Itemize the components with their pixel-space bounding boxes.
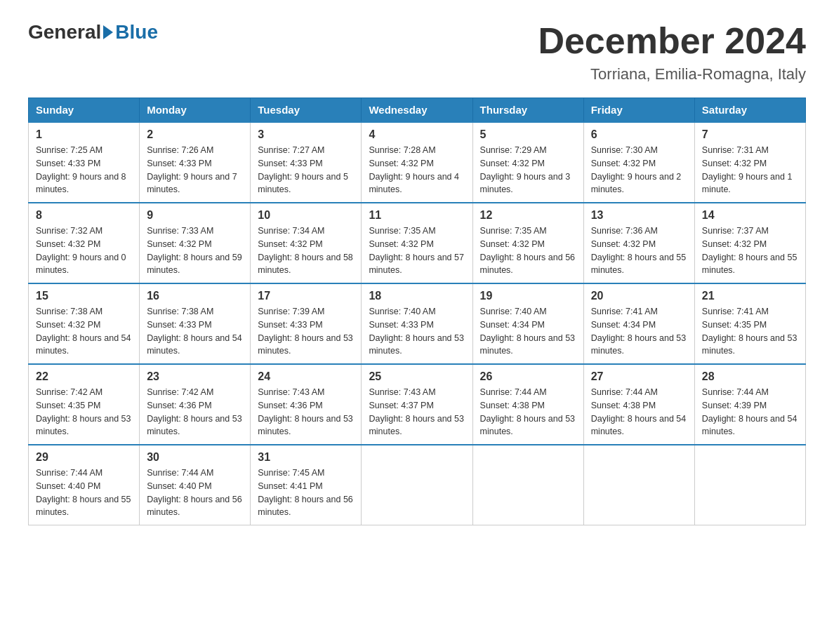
calendar-cell: 21Sunrise: 7:41 AMSunset: 4:35 PMDayligh… xyxy=(694,283,805,364)
day-number: 14 xyxy=(702,209,798,222)
calendar-cell: 19Sunrise: 7:40 AMSunset: 4:34 PMDayligh… xyxy=(472,283,583,364)
day-info: Sunrise: 7:34 AMSunset: 4:32 PMDaylight:… xyxy=(258,224,354,277)
day-number: 21 xyxy=(702,290,798,302)
col-header-sunday: Sunday xyxy=(29,98,140,123)
day-info: Sunrise: 7:26 AMSunset: 4:33 PMDaylight:… xyxy=(147,144,243,196)
day-info: Sunrise: 7:27 AMSunset: 4:33 PMDaylight:… xyxy=(258,144,354,196)
day-number: 8 xyxy=(36,209,132,222)
week-row-3: 15Sunrise: 7:38 AMSunset: 4:32 PMDayligh… xyxy=(29,283,806,364)
calendar-cell xyxy=(472,445,583,525)
calendar-cell: 28Sunrise: 7:44 AMSunset: 4:39 PMDayligh… xyxy=(694,364,805,445)
day-info: Sunrise: 7:29 AMSunset: 4:32 PMDaylight:… xyxy=(480,144,576,196)
header: General Blue December 2024 Torriana, Emi… xyxy=(28,21,806,83)
day-number: 16 xyxy=(147,290,243,302)
day-info: Sunrise: 7:38 AMSunset: 4:33 PMDaylight:… xyxy=(147,305,243,358)
day-number: 4 xyxy=(369,128,465,141)
calendar-cell: 10Sunrise: 7:34 AMSunset: 4:32 PMDayligh… xyxy=(251,203,362,283)
day-number: 1 xyxy=(36,128,132,141)
calendar-cell: 29Sunrise: 7:44 AMSunset: 4:40 PMDayligh… xyxy=(29,445,140,525)
calendar-cell: 26Sunrise: 7:44 AMSunset: 4:38 PMDayligh… xyxy=(472,364,583,445)
calendar-cell: 14Sunrise: 7:37 AMSunset: 4:32 PMDayligh… xyxy=(694,203,805,283)
day-number: 5 xyxy=(480,128,576,141)
calendar-table: SundayMondayTuesdayWednesdayThursdayFrid… xyxy=(28,98,806,525)
day-number: 30 xyxy=(147,451,243,464)
calendar-cell: 5Sunrise: 7:29 AMSunset: 4:32 PMDaylight… xyxy=(472,122,583,203)
day-number: 2 xyxy=(147,128,243,141)
day-info: Sunrise: 7:40 AMSunset: 4:33 PMDaylight:… xyxy=(369,305,465,358)
day-number: 6 xyxy=(591,128,687,141)
calendar-cell: 13Sunrise: 7:36 AMSunset: 4:32 PMDayligh… xyxy=(583,203,694,283)
month-title: December 2024 xyxy=(538,21,806,61)
day-number: 27 xyxy=(591,370,687,383)
logo-general-text: General xyxy=(28,21,101,43)
day-info: Sunrise: 7:28 AMSunset: 4:32 PMDaylight:… xyxy=(369,144,465,196)
day-number: 25 xyxy=(369,370,465,383)
day-number: 3 xyxy=(258,128,354,141)
day-number: 20 xyxy=(591,290,687,302)
day-info: Sunrise: 7:32 AMSunset: 4:32 PMDaylight:… xyxy=(36,224,132,277)
calendar-cell: 22Sunrise: 7:42 AMSunset: 4:35 PMDayligh… xyxy=(29,364,140,445)
calendar-cell: 2Sunrise: 7:26 AMSunset: 4:33 PMDaylight… xyxy=(140,122,251,203)
day-info: Sunrise: 7:30 AMSunset: 4:32 PMDaylight:… xyxy=(591,144,687,196)
day-header-row: SundayMondayTuesdayWednesdayThursdayFrid… xyxy=(29,98,806,123)
calendar-cell: 24Sunrise: 7:43 AMSunset: 4:36 PMDayligh… xyxy=(251,364,362,445)
calendar-cell: 16Sunrise: 7:38 AMSunset: 4:33 PMDayligh… xyxy=(140,283,251,364)
day-info: Sunrise: 7:44 AMSunset: 4:40 PMDaylight:… xyxy=(36,467,132,519)
day-number: 22 xyxy=(36,370,132,383)
day-info: Sunrise: 7:35 AMSunset: 4:32 PMDaylight:… xyxy=(369,224,465,277)
day-info: Sunrise: 7:45 AMSunset: 4:41 PMDaylight:… xyxy=(258,467,354,519)
day-info: Sunrise: 7:42 AMSunset: 4:35 PMDaylight:… xyxy=(36,386,132,438)
day-info: Sunrise: 7:43 AMSunset: 4:37 PMDaylight:… xyxy=(369,386,465,438)
day-info: Sunrise: 7:36 AMSunset: 4:32 PMDaylight:… xyxy=(591,224,687,277)
day-info: Sunrise: 7:38 AMSunset: 4:32 PMDaylight:… xyxy=(36,305,132,358)
week-row-4: 22Sunrise: 7:42 AMSunset: 4:35 PMDayligh… xyxy=(29,364,806,445)
day-info: Sunrise: 7:41 AMSunset: 4:35 PMDaylight:… xyxy=(702,305,798,358)
calendar-cell: 3Sunrise: 7:27 AMSunset: 4:33 PMDaylight… xyxy=(251,122,362,203)
day-number: 26 xyxy=(480,370,576,383)
calendar-cell xyxy=(694,445,805,525)
day-info: Sunrise: 7:33 AMSunset: 4:32 PMDaylight:… xyxy=(147,224,243,277)
calendar-cell: 6Sunrise: 7:30 AMSunset: 4:32 PMDaylight… xyxy=(583,122,694,203)
day-number: 24 xyxy=(258,370,354,383)
calendar-cell: 12Sunrise: 7:35 AMSunset: 4:32 PMDayligh… xyxy=(472,203,583,283)
col-header-wednesday: Wednesday xyxy=(362,98,472,123)
day-number: 13 xyxy=(591,209,687,222)
col-header-friday: Friday xyxy=(583,98,694,123)
day-info: Sunrise: 7:42 AMSunset: 4:36 PMDaylight:… xyxy=(147,386,243,438)
logo-blue-text: Blue xyxy=(115,21,158,43)
day-info: Sunrise: 7:37 AMSunset: 4:32 PMDaylight:… xyxy=(702,224,798,277)
calendar-cell: 31Sunrise: 7:45 AMSunset: 4:41 PMDayligh… xyxy=(251,445,362,525)
day-number: 29 xyxy=(36,451,132,464)
day-number: 7 xyxy=(702,128,798,141)
calendar-cell: 11Sunrise: 7:35 AMSunset: 4:32 PMDayligh… xyxy=(362,203,472,283)
col-header-monday: Monday xyxy=(140,98,251,123)
calendar-cell: 30Sunrise: 7:44 AMSunset: 4:40 PMDayligh… xyxy=(140,445,251,525)
day-info: Sunrise: 7:40 AMSunset: 4:34 PMDaylight:… xyxy=(480,305,576,358)
calendar-cell: 15Sunrise: 7:38 AMSunset: 4:32 PMDayligh… xyxy=(29,283,140,364)
calendar-cell: 8Sunrise: 7:32 AMSunset: 4:32 PMDaylight… xyxy=(29,203,140,283)
col-header-saturday: Saturday xyxy=(694,98,805,123)
calendar-cell: 27Sunrise: 7:44 AMSunset: 4:38 PMDayligh… xyxy=(583,364,694,445)
day-number: 11 xyxy=(369,209,465,222)
week-row-2: 8Sunrise: 7:32 AMSunset: 4:32 PMDaylight… xyxy=(29,203,806,283)
day-number: 28 xyxy=(702,370,798,383)
day-info: Sunrise: 7:31 AMSunset: 4:32 PMDaylight:… xyxy=(702,144,798,196)
day-info: Sunrise: 7:43 AMSunset: 4:36 PMDaylight:… xyxy=(258,386,354,438)
col-header-tuesday: Tuesday xyxy=(251,98,362,123)
calendar-cell: 23Sunrise: 7:42 AMSunset: 4:36 PMDayligh… xyxy=(140,364,251,445)
calendar-cell: 1Sunrise: 7:25 AMSunset: 4:33 PMDaylight… xyxy=(29,122,140,203)
day-number: 31 xyxy=(258,451,354,464)
day-number: 9 xyxy=(147,209,243,222)
day-number: 15 xyxy=(36,290,132,302)
day-info: Sunrise: 7:25 AMSunset: 4:33 PMDaylight:… xyxy=(36,144,132,196)
logo-arrow-icon xyxy=(103,25,113,39)
col-header-thursday: Thursday xyxy=(472,98,583,123)
calendar-cell: 4Sunrise: 7:28 AMSunset: 4:32 PMDaylight… xyxy=(362,122,472,203)
day-number: 17 xyxy=(258,290,354,302)
day-info: Sunrise: 7:41 AMSunset: 4:34 PMDaylight:… xyxy=(591,305,687,358)
location-subtitle: Torriana, Emilia-Romagna, Italy xyxy=(538,65,806,83)
day-number: 18 xyxy=(369,290,465,302)
day-number: 12 xyxy=(480,209,576,222)
calendar-cell: 20Sunrise: 7:41 AMSunset: 4:34 PMDayligh… xyxy=(583,283,694,364)
day-info: Sunrise: 7:44 AMSunset: 4:38 PMDaylight:… xyxy=(591,386,687,438)
